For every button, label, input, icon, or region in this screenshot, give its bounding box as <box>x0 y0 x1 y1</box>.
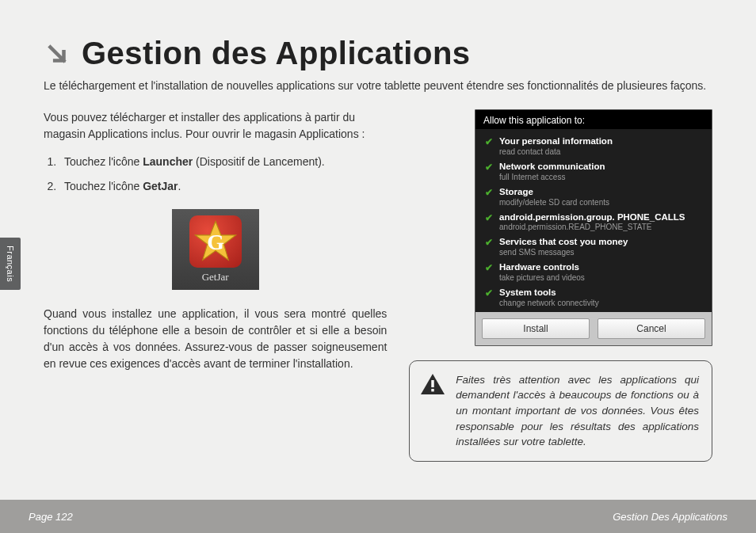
intro-text: Le téléchargement et l'installation de n… <box>44 78 712 93</box>
permission-subtitle: take pictures and videos <box>499 273 585 283</box>
permission-item: ✔android.permission.group. PHONE_CALLSan… <box>475 210 712 235</box>
permission-subtitle: modify/delete SD card contents <box>499 198 609 207</box>
text: Touchez l'icône <box>64 180 143 192</box>
permission-subtitle: change network connectivity <box>499 299 599 308</box>
list-item: Touchez l'icône GetJar. <box>59 178 387 195</box>
getjar-label: GetJar <box>172 269 259 285</box>
install-button[interactable]: Install <box>482 318 590 339</box>
warning-text: Faites très attention avec les applicati… <box>456 372 699 450</box>
cancel-button[interactable]: Cancel <box>598 318 705 339</box>
permission-title: android.permission.group. PHONE_CALLS <box>499 212 685 223</box>
permission-title: Network communication <box>499 162 605 173</box>
permission-item: ✔System toolschange network connectivity <box>475 285 712 310</box>
permission-item: ✔Network communicationfull Internet acce… <box>475 159 712 185</box>
right-column: Allow this application to: ✔Your persona… <box>409 109 712 461</box>
text: . <box>178 180 181 192</box>
svg-rect-4 <box>432 389 434 391</box>
permission-item: ✔Services that cost you moneysend SMS me… <box>475 234 712 260</box>
getjar-icon-block: G GetJar <box>44 209 387 290</box>
arrow-down-right-icon <box>44 40 71 67</box>
check-icon: ✔ <box>485 213 493 223</box>
bold-text: GetJar <box>143 180 178 192</box>
text: Touchez l'icône <box>64 155 143 168</box>
page-title: Gestion des Applications <box>82 36 471 71</box>
svg-text:G: G <box>207 230 224 255</box>
paragraph: Vous pouvez télécharger et installer des… <box>44 109 387 143</box>
title-row: Gestion des Applications <box>44 36 712 71</box>
permission-title: Storage <box>499 187 609 198</box>
permission-item: ✔Storagemodify/delete SD card contents <box>475 185 712 210</box>
left-column: Vous pouvez télécharger et installer des… <box>44 109 387 461</box>
svg-rect-3 <box>432 380 434 387</box>
steps-list: Touchez l'icône Launcher (Dispositif de … <box>59 154 387 195</box>
permission-title: Services that cost you money <box>499 237 628 248</box>
check-icon: ✔ <box>485 263 493 273</box>
permission-list: ✔Your personal informationread contact d… <box>475 129 712 312</box>
getjar-app-icon: G GetJar <box>172 209 259 290</box>
check-icon: ✔ <box>485 137 493 147</box>
warning-box: Faites très attention avec les applicati… <box>409 360 712 462</box>
star-icon: G <box>189 215 242 268</box>
permission-title: Your personal information <box>499 136 613 147</box>
two-column-layout: Vous pouvez télécharger et installer des… <box>44 109 712 461</box>
check-icon: ✔ <box>485 288 493 299</box>
dialog-header: Allow this application to: <box>475 110 712 129</box>
permission-subtitle: android.permission.READ_PHONE_STATE <box>499 223 685 232</box>
check-icon: ✔ <box>485 188 493 198</box>
list-item: Touchez l'icône Launcher (Dispositif de … <box>59 154 387 170</box>
footer-section-title: Gestion Des Applications <box>613 511 727 523</box>
page-content: Gestion des Applications Le téléchargeme… <box>0 0 756 493</box>
page-footer: Page 122 Gestion Des Applications <box>0 500 756 533</box>
permission-title: System tools <box>499 287 599 299</box>
permission-subtitle: full Internet access <box>499 173 605 182</box>
warning-icon <box>419 372 446 450</box>
check-icon: ✔ <box>485 238 493 248</box>
permission-dialog: Allow this application to: ✔Your persona… <box>475 109 712 346</box>
permission-item: ✔Your personal informationread contact d… <box>475 134 712 159</box>
permission-item: ✔Hardware controlstake pictures and vide… <box>475 260 712 285</box>
permission-subtitle: read contact data <box>499 147 613 157</box>
permission-title: Hardware controls <box>499 262 585 273</box>
footer-page-number: Page 122 <box>29 511 73 523</box>
language-tab: Français <box>0 238 21 290</box>
dialog-button-row: Install Cancel <box>475 312 712 345</box>
check-icon: ✔ <box>485 162 493 173</box>
permission-subtitle: send SMS messages <box>499 248 628 257</box>
paragraph: Quand vous installez une application, il… <box>44 306 387 372</box>
text: (Dispositif de Lancement). <box>193 155 325 168</box>
bold-text: Launcher <box>143 155 193 168</box>
